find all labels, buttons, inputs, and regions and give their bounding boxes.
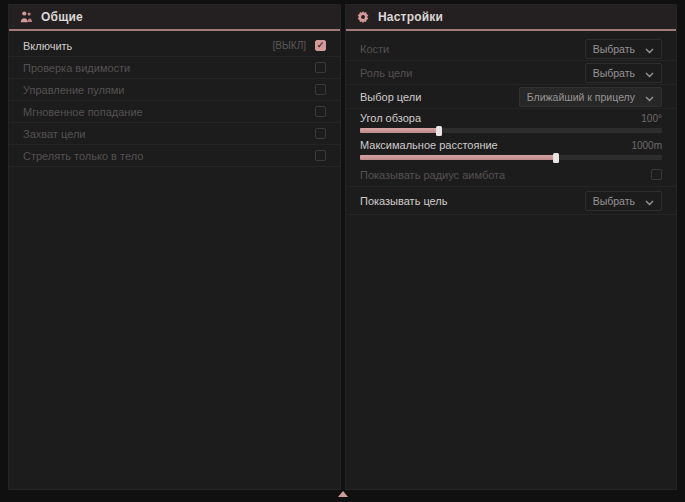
row-label: Показывать цель — [360, 195, 585, 207]
dropdown-value: Ближайший к прицелу — [527, 91, 635, 103]
row-label: Показывать радиус аимбота — [360, 169, 651, 181]
dropdown-value: Выбрать — [593, 67, 635, 79]
settings-panel-body: Кости Выбрать Роль цели Выбрать Выбор це… — [346, 31, 676, 215]
slider-handle[interactable] — [553, 153, 559, 163]
toggle-row-visibility-check: Проверка видимости — [9, 57, 340, 79]
target-lock-checkbox[interactable] — [315, 128, 326, 139]
panel-title: Настройки — [378, 10, 443, 24]
general-panel-header: Общие — [9, 5, 340, 31]
row-label: Стрелять только в тело — [23, 150, 315, 162]
toggle-row-bullet-control: Управление пулями — [9, 79, 340, 101]
row-label: Захват цели — [23, 128, 315, 140]
row-label: Максимальное расстояние — [360, 139, 631, 151]
row-label: Роль цели — [360, 67, 585, 79]
setting-row-fov: Угол обзора 100° — [346, 109, 676, 136]
toggle-row-enable: Включить [ВЫКЛ] ✓ — [9, 35, 340, 57]
visibility-check-checkbox[interactable] — [315, 62, 326, 73]
show-target-dropdown[interactable]: Выбрать — [585, 191, 662, 211]
setting-row-target-role: Роль цели Выбрать — [346, 61, 676, 85]
slider-value: 100° — [641, 113, 662, 124]
dropdown-value: Выбрать — [593, 43, 635, 55]
setting-row-max-distance: Максимальное расстояние 1000m — [346, 136, 676, 163]
row-label: Проверка видимости — [23, 62, 315, 74]
show-aimbot-radius-checkbox[interactable] — [651, 169, 662, 180]
setting-row-target-selection: Выбор цели Ближайший к прицелу — [346, 85, 676, 109]
state-text: [ВЫКЛ] — [273, 40, 306, 51]
toggle-row-instant-hit: Мгновенное попадание — [9, 101, 340, 123]
slider-fill — [360, 155, 556, 160]
max-distance-slider[interactable] — [360, 155, 662, 160]
instant-hit-checkbox[interactable] — [315, 106, 326, 117]
setting-row-show-target: Показывать цель Выбрать — [346, 187, 676, 215]
row-label: Включить — [23, 40, 273, 52]
chevron-down-icon — [645, 40, 654, 58]
target-selection-dropdown[interactable]: Ближайший к прицелу — [519, 87, 662, 107]
fov-slider[interactable] — [360, 128, 662, 133]
enable-checkbox[interactable]: ✓ — [315, 40, 326, 51]
setting-row-show-aimbot-radius: Показывать радиус аимбота — [346, 163, 676, 187]
check-icon: ✓ — [317, 41, 325, 50]
target-role-dropdown[interactable]: Выбрать — [585, 63, 662, 83]
people-icon — [19, 10, 33, 24]
setting-row-bones: Кости Выбрать — [346, 37, 676, 61]
chevron-down-icon — [645, 64, 654, 82]
chevron-down-icon — [645, 88, 654, 106]
dropdown-value: Выбрать — [593, 195, 635, 207]
general-panel-body: Включить [ВЫКЛ] ✓ Проверка видимости Упр… — [9, 31, 340, 167]
slider-value: 1000m — [631, 140, 662, 151]
slider-handle[interactable] — [436, 126, 442, 136]
triangle-up-icon[interactable] — [338, 491, 348, 497]
gear-icon — [356, 10, 370, 24]
slider-fill — [360, 128, 439, 133]
row-label: Управление пулями — [23, 84, 315, 96]
row-label: Кости — [360, 43, 585, 55]
chevron-down-icon — [645, 192, 654, 210]
body-only-checkbox[interactable] — [315, 150, 326, 161]
toggle-row-body-only: Стрелять только в тело — [9, 145, 340, 167]
bullet-control-checkbox[interactable] — [315, 84, 326, 95]
bones-dropdown[interactable]: Выбрать — [585, 39, 662, 59]
settings-panel: Настройки Кости Выбрать Роль цели Выбрат… — [345, 4, 677, 490]
row-label: Выбор цели — [360, 91, 519, 103]
toggle-row-target-lock: Захват цели — [9, 123, 340, 145]
general-panel: Общие Включить [ВЫКЛ] ✓ Проверка видимос… — [8, 4, 341, 490]
panel-title: Общие — [41, 10, 83, 24]
row-label: Мгновенное попадание — [23, 106, 315, 118]
row-label: Угол обзора — [360, 112, 641, 124]
settings-panel-header: Настройки — [346, 5, 676, 31]
